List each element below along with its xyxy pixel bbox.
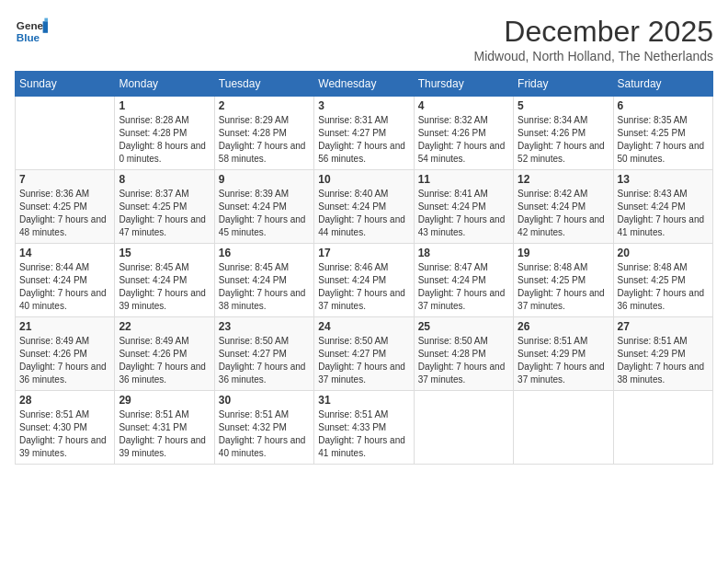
day-number: 27 bbox=[618, 320, 709, 333]
sunset-text: Sunset: 4:26 PM bbox=[19, 348, 110, 361]
daylight-text-line1: Daylight: 8 hours and bbox=[119, 140, 210, 153]
day-info: Sunrise: 8:36 AMSunset: 4:25 PMDaylight:… bbox=[19, 188, 110, 239]
day-number: 16 bbox=[219, 247, 310, 259]
day-info: Sunrise: 8:39 AMSunset: 4:24 PMDaylight:… bbox=[219, 188, 310, 239]
daylight-text-line1: Daylight: 7 hours and bbox=[518, 361, 609, 373]
sunrise-text: Sunrise: 8:39 AM bbox=[219, 188, 310, 201]
sunrise-text: Sunrise: 8:49 AM bbox=[19, 335, 110, 348]
day-number: 28 bbox=[19, 394, 110, 407]
daylight-text-line2: 40 minutes. bbox=[219, 447, 310, 460]
day-info: Sunrise: 8:51 AMSunset: 4:31 PMDaylight:… bbox=[119, 408, 210, 460]
sunrise-text: Sunrise: 8:49 AM bbox=[119, 335, 210, 348]
month-title: December 2025 bbox=[474, 15, 713, 49]
calendar-cell: 21Sunrise: 8:49 AMSunset: 4:26 PMDayligh… bbox=[16, 317, 115, 391]
daylight-text-line1: Daylight: 7 hours and bbox=[618, 287, 709, 300]
daylight-text-line2: 36 minutes. bbox=[19, 373, 110, 386]
calendar-cell: 29Sunrise: 8:51 AMSunset: 4:31 PMDayligh… bbox=[115, 391, 214, 465]
daylight-text-line1: Daylight: 7 hours and bbox=[219, 361, 310, 373]
calendar-cell: 31Sunrise: 8:51 AMSunset: 4:33 PMDayligh… bbox=[314, 391, 414, 465]
day-info: Sunrise: 8:48 AMSunset: 4:25 PMDaylight:… bbox=[618, 261, 709, 313]
daylight-text-line2: 0 minutes. bbox=[119, 153, 210, 166]
svg-marker-3 bbox=[44, 18, 48, 22]
daylight-text-line2: 38 minutes. bbox=[618, 373, 709, 386]
daylight-text-line1: Daylight: 7 hours and bbox=[618, 361, 709, 373]
day-number: 4 bbox=[418, 99, 509, 112]
daylight-text-line2: 39 minutes. bbox=[119, 300, 210, 313]
calendar-cell: 4Sunrise: 8:32 AMSunset: 4:26 PMDaylight… bbox=[414, 97, 513, 170]
calendar-cell: 5Sunrise: 8:34 AMSunset: 4:26 PMDaylight… bbox=[514, 97, 613, 170]
weekday-header-tuesday: Tuesday bbox=[214, 72, 313, 97]
svg-text:Blue: Blue bbox=[17, 31, 40, 43]
day-number: 13 bbox=[618, 173, 709, 186]
day-number: 15 bbox=[119, 247, 210, 259]
title-block: December 2025 Midwoud, North Holland, Th… bbox=[474, 15, 713, 63]
day-info: Sunrise: 8:45 AMSunset: 4:24 PMDaylight:… bbox=[219, 261, 310, 313]
calendar-cell: 19Sunrise: 8:48 AMSunset: 4:25 PMDayligh… bbox=[514, 244, 613, 317]
day-info: Sunrise: 8:45 AMSunset: 4:24 PMDaylight:… bbox=[119, 261, 210, 313]
calendar-cell: 20Sunrise: 8:48 AMSunset: 4:25 PMDayligh… bbox=[613, 244, 712, 317]
day-info: Sunrise: 8:51 AMSunset: 4:32 PMDaylight:… bbox=[219, 408, 310, 460]
sunrise-text: Sunrise: 8:45 AM bbox=[119, 261, 210, 274]
day-info: Sunrise: 8:51 AMSunset: 4:33 PMDaylight:… bbox=[318, 408, 409, 460]
daylight-text-line2: 42 minutes. bbox=[518, 226, 609, 239]
day-info: Sunrise: 8:49 AMSunset: 4:26 PMDaylight:… bbox=[19, 335, 110, 386]
sunrise-text: Sunrise: 8:51 AM bbox=[318, 408, 409, 421]
sunset-text: Sunset: 4:26 PM bbox=[518, 127, 609, 140]
day-number: 7 bbox=[19, 173, 110, 186]
sunrise-text: Sunrise: 8:32 AM bbox=[418, 114, 509, 127]
calendar-cell: 27Sunrise: 8:51 AMSunset: 4:29 PMDayligh… bbox=[613, 317, 712, 391]
sunset-text: Sunset: 4:27 PM bbox=[318, 348, 409, 361]
daylight-text-line1: Daylight: 7 hours and bbox=[219, 287, 310, 300]
day-number: 11 bbox=[418, 173, 509, 186]
day-number: 18 bbox=[418, 247, 509, 259]
sunrise-text: Sunrise: 8:37 AM bbox=[119, 188, 210, 201]
day-number: 31 bbox=[318, 394, 409, 407]
daylight-text-line2: 45 minutes. bbox=[219, 226, 310, 239]
sunrise-text: Sunrise: 8:42 AM bbox=[518, 188, 609, 201]
daylight-text-line2: 37 minutes. bbox=[318, 373, 409, 386]
week-row: 14Sunrise: 8:44 AMSunset: 4:24 PMDayligh… bbox=[16, 244, 713, 317]
daylight-text-line1: Daylight: 7 hours and bbox=[219, 434, 310, 447]
sunset-text: Sunset: 4:24 PM bbox=[318, 201, 409, 213]
calendar-cell: 1Sunrise: 8:28 AMSunset: 4:28 PMDaylight… bbox=[115, 97, 214, 170]
daylight-text-line2: 41 minutes. bbox=[618, 226, 709, 239]
daylight-text-line2: 44 minutes. bbox=[318, 226, 409, 239]
calendar-cell: 9Sunrise: 8:39 AMSunset: 4:24 PMDaylight… bbox=[214, 170, 313, 244]
sunrise-text: Sunrise: 8:50 AM bbox=[418, 335, 509, 348]
sunset-text: Sunset: 4:24 PM bbox=[318, 274, 409, 287]
sunset-text: Sunset: 4:29 PM bbox=[518, 348, 609, 361]
sunrise-text: Sunrise: 8:28 AM bbox=[119, 114, 210, 127]
sunset-text: Sunset: 4:25 PM bbox=[618, 127, 709, 140]
sunrise-text: Sunrise: 8:48 AM bbox=[618, 261, 709, 274]
week-row: 1Sunrise: 8:28 AMSunset: 4:28 PMDaylight… bbox=[16, 97, 713, 170]
sunrise-text: Sunrise: 8:35 AM bbox=[618, 114, 709, 127]
day-number: 25 bbox=[418, 320, 509, 333]
day-info: Sunrise: 8:31 AMSunset: 4:27 PMDaylight:… bbox=[318, 114, 409, 166]
daylight-text-line1: Daylight: 7 hours and bbox=[318, 213, 409, 226]
day-number: 22 bbox=[119, 320, 210, 333]
day-number: 24 bbox=[318, 320, 409, 333]
day-info: Sunrise: 8:29 AMSunset: 4:28 PMDaylight:… bbox=[219, 114, 310, 166]
daylight-text-line2: 37 minutes. bbox=[418, 373, 509, 386]
daylight-text-line1: Daylight: 7 hours and bbox=[19, 434, 110, 447]
day-number: 20 bbox=[618, 247, 709, 259]
daylight-text-line1: Daylight: 7 hours and bbox=[19, 213, 110, 226]
calendar-cell: 11Sunrise: 8:41 AMSunset: 4:24 PMDayligh… bbox=[414, 170, 513, 244]
sunset-text: Sunset: 4:25 PM bbox=[119, 201, 210, 213]
sunset-text: Sunset: 4:24 PM bbox=[219, 274, 310, 287]
daylight-text-line2: 43 minutes. bbox=[418, 226, 509, 239]
sunset-text: Sunset: 4:33 PM bbox=[318, 421, 409, 434]
sunset-text: Sunset: 4:29 PM bbox=[618, 348, 709, 361]
sunrise-text: Sunrise: 8:44 AM bbox=[19, 261, 110, 274]
day-info: Sunrise: 8:51 AMSunset: 4:30 PMDaylight:… bbox=[19, 408, 110, 460]
weekday-header-saturday: Saturday bbox=[613, 72, 712, 97]
day-number: 6 bbox=[618, 99, 709, 112]
sunset-text: Sunset: 4:26 PM bbox=[119, 348, 210, 361]
calendar-cell: 2Sunrise: 8:29 AMSunset: 4:28 PMDaylight… bbox=[214, 97, 313, 170]
calendar-cell: 3Sunrise: 8:31 AMSunset: 4:27 PMDaylight… bbox=[314, 97, 414, 170]
sunrise-text: Sunrise: 8:47 AM bbox=[418, 261, 509, 274]
day-number: 3 bbox=[318, 99, 409, 112]
day-info: Sunrise: 8:50 AMSunset: 4:28 PMDaylight:… bbox=[418, 335, 509, 386]
sunset-text: Sunset: 4:25 PM bbox=[19, 201, 110, 213]
day-number: 2 bbox=[219, 99, 310, 112]
